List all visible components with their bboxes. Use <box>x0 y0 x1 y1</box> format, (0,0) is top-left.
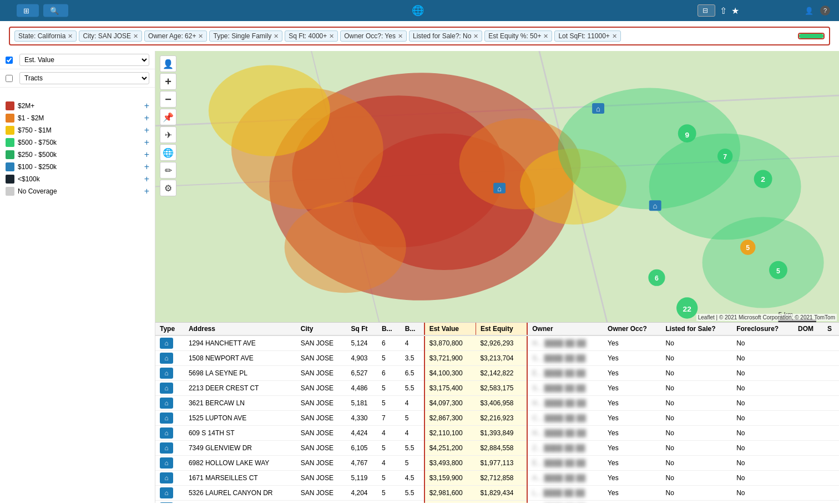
table-row[interactable]: ⌂ 1294 HANCHETT AVE SAN JOSE 5,124 6 4 $… <box>155 335 839 351</box>
cell-dom <box>793 411 823 426</box>
col-est-equity[interactable]: Est Equity <box>476 323 527 335</box>
star-button[interactable]: ★ <box>731 6 739 16</box>
table-body: ⌂ 1294 HANCHETT AVE SAN JOSE 5,124 6 4 $… <box>155 335 839 503</box>
person-icon-button[interactable]: 👤 <box>160 55 176 72</box>
cell-type: ⌂ <box>155 335 184 351</box>
header-actions: ⊟ ⇧ ★ <box>698 4 739 17</box>
svg-point-9 <box>459 118 581 209</box>
svg-point-7 <box>353 134 535 270</box>
cell-foreclosure: No <box>732 411 793 426</box>
col-type[interactable]: Type <box>155 323 184 335</box>
table-row[interactable]: ⌂ 1525 LUPTON AVE SAN JOSE 4,330 7 5 $2,… <box>155 411 839 426</box>
user-icon[interactable]: 👤 <box>805 7 813 15</box>
legend-add-button[interactable]: + <box>144 174 149 184</box>
filter-remove-button[interactable]: ✕ <box>274 33 279 40</box>
table-row[interactable]: ⌂ 2213 DEER CREST CT SAN JOSE 4,486 5 5.… <box>155 381 839 396</box>
filter-remove-button[interactable]: ✕ <box>133 33 138 40</box>
property-table: Type Address City Sq Ft B... B... Est Va… <box>155 323 839 503</box>
heatmap-select[interactable]: Est. Value <box>19 54 149 66</box>
draw-icon-button[interactable]: ✏ <box>160 162 176 179</box>
filter-remove-button[interactable]: ✕ <box>68 33 73 40</box>
col-foreclosure[interactable]: Foreclosure? <box>732 323 793 335</box>
zoom-in-button[interactable]: + <box>160 73 176 90</box>
table-row[interactable]: ⌂ 5326 LAUREL CANYON DR SAN JOSE 4,204 5… <box>155 486 839 501</box>
compass-icon-button[interactable]: ✈ <box>160 126 176 143</box>
share-button[interactable]: ⇧ <box>720 6 727 16</box>
filter-remove-button[interactable]: ✕ <box>543 33 548 40</box>
filter-remove-button[interactable]: ✕ <box>198 33 203 40</box>
col-sqft[interactable]: Sq Ft <box>347 323 377 335</box>
table-row[interactable]: ⌂ 3621 BERCAW LN SAN JOSE 5,181 5 4 $4,0… <box>155 396 839 411</box>
table-row[interactable]: ⌂ 20690 VIEW OAKS WAY SAN JOSE 6,463 6 5… <box>155 501 839 503</box>
legend-add-button[interactable]: + <box>144 113 149 123</box>
heatmap-checkbox[interactable] <box>6 57 13 64</box>
legend-add-button[interactable]: + <box>144 186 149 196</box>
search-button[interactable]: 🔍 <box>43 4 68 17</box>
globe-map-button[interactable]: 🌐 <box>160 144 176 161</box>
cell-s <box>823 456 839 471</box>
svg-point-16 <box>678 124 696 142</box>
col-b2[interactable]: B... <box>401 323 424 335</box>
legend-add-button[interactable]: + <box>144 150 149 160</box>
view-button[interactable]: ⊟ <box>698 4 715 17</box>
boundary-row: Tracts <box>0 69 155 88</box>
svg-text:5: 5 <box>776 267 780 275</box>
legend-item-label: $500 - $750k <box>18 139 57 146</box>
cell-s <box>823 351 839 366</box>
boundary-select[interactable]: Tracts <box>19 72 149 84</box>
cell-est-value: $3,175,400 <box>424 381 476 396</box>
cell-type: ⌂ <box>155 486 184 501</box>
legend-color-swatch <box>6 101 14 110</box>
cell-est-equity: $1,977,113 <box>476 456 527 471</box>
table-row[interactable]: ⌂ 6982 HOLLOW LAKE WAY SAN JOSE 4,767 4 … <box>155 456 839 471</box>
table-row[interactable]: ⌂ 1508 NEWPORT AVE SAN JOSE 4,903 5 3.5 … <box>155 351 839 366</box>
legend-add-button[interactable]: + <box>144 138 149 147</box>
table-row[interactable]: ⌂ 7349 GLENVIEW DR SAN JOSE 6,105 5 5.5 … <box>155 441 839 456</box>
svg-point-20 <box>754 170 772 188</box>
cell-owner: H... ████ ██ ██ <box>527 335 603 351</box>
filter-tag-label: Type: Single Family <box>213 32 271 40</box>
svg-point-10 <box>285 202 406 293</box>
col-est-value[interactable]: Est Value <box>424 323 476 335</box>
cell-city: SAN JOSE <box>296 501 347 503</box>
col-owner[interactable]: Owner <box>527 323 603 335</box>
cell-est-equity: $2,926,293 <box>476 335 527 351</box>
col-owner-occ[interactable]: Owner Occ? <box>603 323 661 335</box>
owner-blurred: L... ████ ██ ██ <box>532 489 585 497</box>
boundary-checkbox[interactable] <box>6 75 13 82</box>
cell-est-value: $3,870,800 <box>424 335 476 351</box>
cell-foreclosure: No <box>732 426 793 441</box>
pin-icon-button[interactable]: 📌 <box>160 109 176 125</box>
legend-item-label: <$100k <box>18 175 40 183</box>
settings-icon-button[interactable]: ⚙ <box>160 180 176 196</box>
header-center: 🌐 <box>412 4 427 17</box>
legend-add-button[interactable]: + <box>144 125 149 135</box>
cell-foreclosure: No <box>732 335 793 351</box>
make-list-button[interactable] <box>808 34 823 38</box>
legend-add-button[interactable]: + <box>144 101 149 111</box>
svg-rect-34 <box>649 200 661 211</box>
help-icon[interactable]: ? <box>820 6 830 16</box>
layers-button[interactable]: ⊞ <box>17 4 39 17</box>
filter-remove-button[interactable]: ✕ <box>398 33 403 40</box>
col-b1[interactable]: B... <box>377 323 401 335</box>
table-row[interactable]: ⌂ 609 S 14TH ST SAN JOSE 4,424 4 4 $2,11… <box>155 426 839 441</box>
col-city[interactable]: City <box>296 323 347 335</box>
cell-b2: 4 <box>401 396 424 411</box>
legend-item: $100 - $250k + <box>0 161 155 173</box>
col-s[interactable]: S <box>823 323 839 335</box>
legend-add-button[interactable]: + <box>144 162 149 172</box>
table-row[interactable]: ⌂ 1671 MARSEILLES CT SAN JOSE 5,119 5 4.… <box>155 471 839 486</box>
filter-tag: Listed for Sale?: No✕ <box>409 30 482 42</box>
col-listed[interactable]: Listed for Sale? <box>661 323 732 335</box>
col-address[interactable]: Address <box>184 323 296 335</box>
map-canvas[interactable]: 9 7 2 5 5 6 22 ⌂ ⌂ ⌂ <box>155 51 839 322</box>
table-row[interactable]: ⌂ 5698 LA SEYNE PL SAN JOSE 6,527 6 6.5 … <box>155 366 839 381</box>
zoom-out-button[interactable]: − <box>160 91 176 108</box>
filter-remove-button[interactable]: ✕ <box>329 33 334 40</box>
cell-s <box>823 335 839 351</box>
col-dom[interactable]: DOM <box>793 323 823 335</box>
filter-remove-button[interactable]: ✕ <box>612 33 617 40</box>
filter-remove-button[interactable]: ✕ <box>473 33 478 40</box>
cell-sqft: 6,463 <box>347 501 377 503</box>
